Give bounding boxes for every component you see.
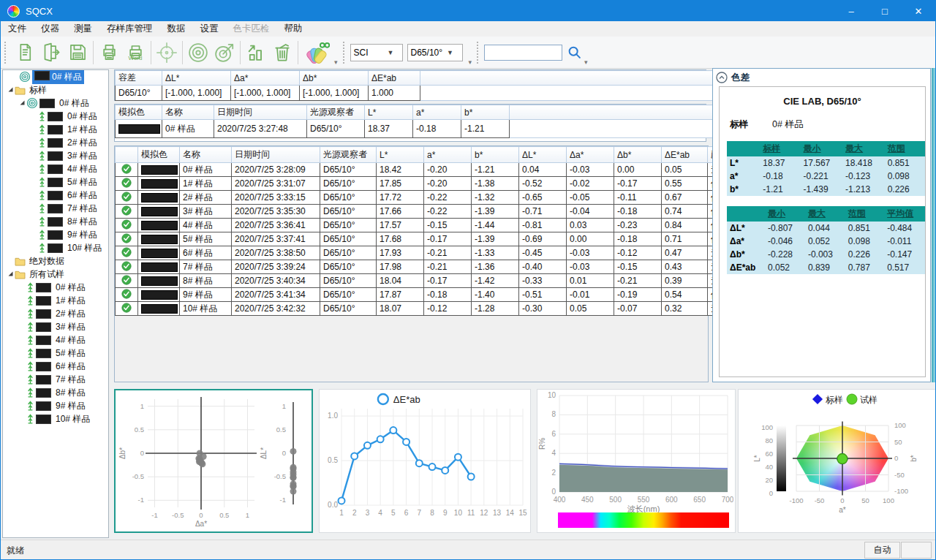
scatter-chart-panel[interactable]: -1-1-0.5-0.5000.50.511Δb*Δa*10.50-0.5-1Δ…	[114, 389, 313, 533]
tree-item[interactable]: 3# 样品	[3, 320, 108, 333]
close-button[interactable]: ✕	[902, 1, 935, 21]
col-header[interactable]: Δa*	[567, 147, 614, 163]
tree-item[interactable]: 标样	[3, 83, 108, 97]
col-header[interactable]: Δb*	[614, 147, 662, 163]
tree-item[interactable]: 5# 样品	[3, 175, 108, 189]
illuminant-select[interactable]: D65/10° ▼	[407, 44, 463, 61]
sample-row[interactable]: 4# 样品2020/7/25 3:36:41D65/10°17.57-0.15-…	[116, 219, 801, 232]
sample-row[interactable]: 5# 样品2020/7/25 3:37:41D65/10°17.68-0.17-…	[116, 232, 801, 246]
tree-item[interactable]: 6# 样品	[3, 360, 108, 373]
menu-item-0[interactable]: 文件	[1, 21, 34, 37]
tree-item[interactable]: 4# 样品	[3, 333, 108, 347]
tree-item[interactable]: 9# 样品	[3, 399, 108, 412]
tree-item[interactable]: 7# 样品	[3, 202, 108, 215]
sample-row[interactable]: 8# 样品2020/7/25 3:40:34D65/10°18.04-0.17-…	[116, 274, 801, 288]
search-icon[interactable]	[567, 45, 583, 61]
collapse-panel-icon[interactable]	[716, 72, 728, 83]
tree-item[interactable]: 1# 样品	[3, 123, 108, 136]
tree-item[interactable]: 8# 样品	[3, 386, 108, 399]
tree-item[interactable]: 5# 样品	[3, 347, 108, 360]
col-header[interactable]	[116, 147, 138, 163]
search-input[interactable]	[484, 45, 562, 61]
tolerance-row[interactable]: D65/10°[-1.000, 1.000][-1.000, 1.000][-1…	[116, 86, 746, 101]
col-header[interactable]: b*	[461, 105, 510, 120]
tree-item[interactable]: 2# 样品	[3, 136, 108, 149]
standard-row[interactable]: 0# 样品2020/7/25 3:27:48D65/10°18.37-0.18-…	[116, 120, 759, 138]
sample-row[interactable]: 2# 样品2020/7/25 3:33:15D65/10°17.72-0.22-…	[116, 191, 801, 205]
export-button[interactable]	[38, 39, 64, 67]
tree-item[interactable]: 绝对数据	[3, 254, 108, 268]
toolbar-overflow-icon[interactable]: ▾	[334, 58, 338, 66]
col-header[interactable]: a*	[413, 105, 461, 120]
col-header[interactable]: ΔE*ab	[662, 147, 708, 163]
tree-item[interactable]: 10# 样品	[3, 412, 108, 425]
col-header[interactable]: L*	[377, 147, 424, 163]
col-header[interactable]: 名称	[162, 105, 214, 120]
sample-row[interactable]: 1# 样品2020/7/25 3:31:07D65/10°17.85-0.20-…	[116, 177, 801, 191]
col-header[interactable]: ΔL*	[519, 147, 567, 163]
menu-item-3[interactable]: 存样库管理	[99, 21, 160, 37]
toolbar-overflow-icon[interactable]: ▾	[584, 58, 588, 66]
col-header[interactable]: a*	[424, 147, 472, 163]
sample-row[interactable]: 7# 样品2020/7/25 3:39:24D65/10°17.98-0.21-…	[116, 260, 801, 274]
measure-sample-button[interactable]	[243, 39, 269, 67]
tree-item[interactable]: 0# 样品	[3, 97, 108, 110]
menu-item-6[interactable]: 色卡匹检	[226, 21, 277, 37]
col-header[interactable]: 光源观察者	[320, 147, 377, 163]
tree-item[interactable]: 6# 样品	[3, 189, 108, 202]
col-header[interactable]: ΔL*	[162, 71, 231, 86]
maximize-button[interactable]: □	[868, 1, 902, 21]
toolbar-overflow-icon[interactable]: ▾	[469, 58, 472, 66]
toolbar-grip[interactable]	[477, 42, 481, 64]
menu-item-1[interactable]: 仪器	[34, 21, 67, 37]
toolbar-grip[interactable]	[4, 42, 9, 64]
menu-item-5[interactable]: 设置	[193, 21, 226, 37]
col-header[interactable]: Δa*	[231, 71, 300, 86]
spectral-chart-panel[interactable]: 0246810400450500550600650700R%波长(nm)	[537, 389, 736, 533]
tree-item[interactable]: 3# 样品	[3, 149, 108, 162]
tree-item[interactable]: 10# 样品	[3, 241, 108, 254]
sample-row[interactable]: 9# 样品2020/7/25 3:41:34D65/10°17.87-0.18-…	[116, 288, 801, 302]
col-header[interactable]: 日期时间	[232, 147, 320, 163]
menu-item-4[interactable]: 数据	[160, 21, 193, 37]
tree-item[interactable]: 4# 样品	[3, 162, 108, 175]
measure-standard-button[interactable]	[211, 39, 238, 67]
tree-item[interactable]: 所有试样	[3, 268, 108, 281]
expander-icon[interactable]	[19, 99, 26, 106]
minimize-button[interactable]: –	[834, 1, 868, 21]
save-button[interactable]	[64, 39, 91, 67]
sample-row[interactable]: 0# 样品2020/7/25 3:28:09D65/10°18.42-0.20-…	[116, 163, 801, 177]
delete-button[interactable]	[269, 39, 295, 67]
col-header[interactable]: 光源观察者	[307, 105, 365, 120]
tree-item[interactable]: 0# 样品	[3, 281, 108, 294]
new-file-button[interactable]	[12, 39, 38, 67]
tree-item[interactable]: 0# 样品	[3, 110, 108, 123]
tree-item[interactable]: 2# 样品	[3, 307, 108, 320]
col-header[interactable]: b*	[472, 147, 519, 163]
expander-icon[interactable]	[7, 270, 14, 277]
sample-row[interactable]: 6# 样品2020/7/25 3:38:50D65/10°17.93-0.21-…	[116, 246, 801, 260]
tree-item[interactable]: 8# 样品	[3, 215, 108, 228]
print-button[interactable]	[96, 39, 122, 67]
mode-select[interactable]: SCI ▼	[350, 44, 403, 61]
col-header[interactable]: 日期时间	[214, 105, 307, 120]
col-header[interactable]	[420, 71, 746, 86]
sample-row[interactable]: 10# 样品2020/7/25 3:42:32D65/10°18.07-0.12…	[116, 302, 801, 316]
auto-mode-button[interactable]: 自动	[864, 542, 900, 559]
toolbar-grip[interactable]	[343, 42, 347, 64]
calibrate-target-button[interactable]	[154, 39, 180, 67]
deltae-trend-chart-panel[interactable]: ΔE*ab1234567891011121314150.00.51.0	[319, 389, 531, 533]
tree-item[interactable]: 7# 样品	[3, 373, 108, 386]
col-header[interactable]: ΔE*ab	[369, 71, 420, 86]
expander-icon[interactable]	[7, 86, 14, 93]
tree-item-selected-standard[interactable]: 0# 样品	[3, 70, 108, 83]
menu-item-2[interactable]: 测量	[67, 21, 99, 37]
sample-row[interactable]: 3# 样品2020/7/25 3:35:30D65/10°17.66-0.22-…	[116, 205, 801, 219]
gamut-chart-panel[interactable]: 标样试样100806040200L*-100-50050100a*100500-…	[738, 389, 936, 533]
col-header[interactable]: 容差	[116, 71, 162, 86]
tree-item[interactable]: 9# 样品	[3, 228, 108, 241]
col-header[interactable]: L*	[365, 105, 413, 120]
color-card-check-button[interactable]	[301, 39, 333, 67]
col-header[interactable]: Δb*	[300, 71, 369, 86]
tree-item[interactable]: 1# 样品	[3, 294, 108, 307]
